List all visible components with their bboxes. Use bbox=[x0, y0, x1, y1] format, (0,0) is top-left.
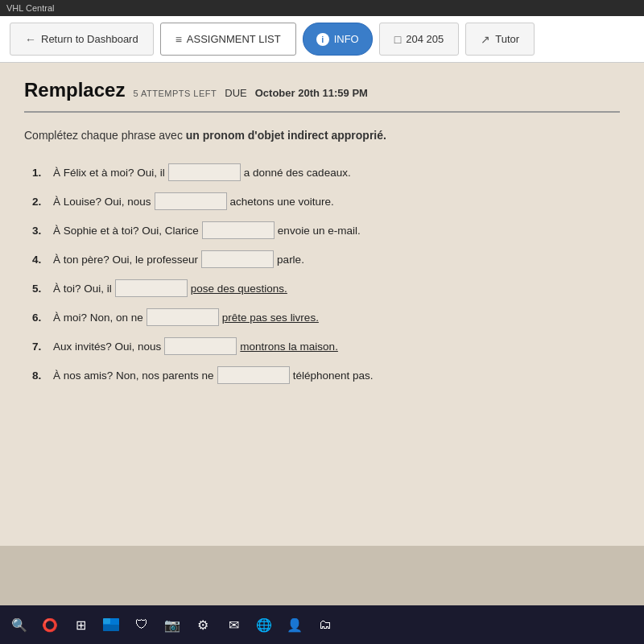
question-before: Aux invités? Oui, nous bbox=[53, 341, 161, 353]
question-after: montrons la maison. bbox=[240, 341, 338, 353]
question-before: À Sophie et à toi? Oui, Clarice bbox=[53, 225, 199, 237]
info-button[interactable]: i INFO bbox=[303, 23, 373, 56]
question-item: 7. Aux invités? Oui, nous montrons la ma… bbox=[32, 337, 620, 355]
assignment-header: Remplacez 5 ATTEMPTS LEFT DUE October 20… bbox=[24, 79, 620, 113]
answer-input-2[interactable] bbox=[155, 192, 227, 210]
question-number: 6. bbox=[32, 312, 50, 324]
question-after: envoie un e-mail. bbox=[278, 225, 361, 237]
assignment-title: Remplacez bbox=[24, 79, 125, 101]
question-item: 1. À Félix et à moi? Oui, il a donné des… bbox=[32, 163, 620, 181]
info-icon: i bbox=[316, 33, 329, 46]
taskview-taskbar-icon[interactable]: ⊞ bbox=[68, 612, 93, 638]
assignment-title-row: Remplacez 5 ATTEMPTS LEFT DUE October 20… bbox=[24, 79, 620, 101]
instruction-text: Complétez chaque phrase avec un pronom d… bbox=[24, 127, 620, 144]
pages-button[interactable]: □ 204 205 bbox=[379, 23, 459, 56]
svg-rect-3 bbox=[103, 625, 119, 631]
question-item: 2. À Louise? Oui, nous achetons une voit… bbox=[32, 192, 620, 210]
answer-input-7[interactable] bbox=[164, 337, 237, 355]
camera-taskbar-icon[interactable]: 📷 bbox=[159, 612, 185, 638]
answer-input-5[interactable] bbox=[115, 279, 188, 297]
list-icon: ≡ bbox=[175, 33, 182, 46]
taskbar: 🔍 ⭕ ⊞ 🛡 📷 ⚙ ✉ 🌐 👤 🗂 bbox=[0, 605, 644, 644]
nav-bar: ← Return to Dashboard ≡ ASSIGNMENT LIST … bbox=[0, 16, 644, 63]
answer-input-6[interactable] bbox=[147, 308, 219, 326]
question-number: 4. bbox=[32, 254, 50, 266]
question-before: À toi? Oui, il bbox=[53, 283, 112, 295]
attempts-left: 5 ATTEMPTS LEFT bbox=[133, 89, 217, 98]
question-after: téléphonent pas. bbox=[293, 369, 374, 382]
question-before: À Félix et à moi? Oui, il bbox=[53, 167, 165, 179]
question-before: À Louise? Oui, nous bbox=[53, 196, 151, 208]
return-dashboard-button[interactable]: ← Return to Dashboard bbox=[10, 23, 154, 56]
assignment-list-button[interactable]: ≡ ASSIGNMENT LIST bbox=[160, 23, 296, 56]
title-bar-label: VHL Central bbox=[6, 3, 55, 13]
question-item: 3. À Sophie et à toi? Oui, Clarice envoi… bbox=[32, 221, 620, 239]
files-taskbar-icon[interactable]: 🗂 bbox=[312, 612, 338, 638]
question-number: 3. bbox=[32, 225, 50, 237]
edge-taskbar-icon[interactable]: 🌐 bbox=[251, 612, 277, 638]
tutor-button[interactable]: ↗ Tutor bbox=[465, 23, 535, 56]
security-taskbar-icon[interactable]: 🛡 bbox=[129, 612, 155, 638]
cortana-taskbar-icon[interactable]: ⭕ bbox=[37, 612, 63, 638]
questions-list: 1. À Félix et à moi? Oui, il a donné des… bbox=[24, 163, 620, 384]
question-number: 2. bbox=[32, 196, 50, 208]
arrow-left-icon: ← bbox=[25, 33, 36, 46]
question-item: 8. À nos amis? Non, nos parents ne télép… bbox=[32, 366, 620, 384]
answer-input-4[interactable] bbox=[201, 250, 274, 268]
due-date: October 20th 11:59 PM bbox=[255, 87, 368, 99]
main-content: Remplacez 5 ATTEMPTS LEFT DUE October 20… bbox=[0, 63, 644, 546]
question-after: achetons une voiture. bbox=[230, 196, 334, 208]
pages-icon: □ bbox=[394, 33, 401, 46]
due-label: DUE bbox=[225, 87, 246, 99]
svg-rect-1 bbox=[103, 618, 110, 624]
settings-taskbar-icon[interactable]: ⚙ bbox=[190, 612, 216, 638]
question-after: a donné des cadeaux. bbox=[244, 167, 351, 179]
search-taskbar-icon[interactable]: 🔍 bbox=[6, 612, 32, 638]
tutor-icon: ↗ bbox=[481, 33, 490, 46]
svg-rect-2 bbox=[111, 618, 119, 624]
answer-input-8[interactable] bbox=[217, 366, 290, 384]
answer-input-3[interactable] bbox=[202, 221, 275, 239]
question-before: À nos amis? Non, nos parents ne bbox=[53, 369, 214, 382]
question-item: 5. À toi? Oui, il pose des questions. bbox=[32, 279, 620, 297]
question-item: 6. À moi? Non, on ne prête pas ses livre… bbox=[32, 308, 620, 326]
question-after: parle. bbox=[277, 254, 304, 266]
instruction-bold: un pronom d'objet indirect approprié. bbox=[186, 129, 386, 142]
user-taskbar-icon[interactable]: 👤 bbox=[282, 612, 308, 638]
question-after: pose des questions. bbox=[191, 283, 287, 295]
question-before: À ton père? Oui, le professeur bbox=[53, 254, 198, 266]
question-number: 7. bbox=[32, 341, 50, 353]
question-number: 8. bbox=[32, 369, 50, 382]
mail-taskbar-icon[interactable]: ✉ bbox=[221, 612, 246, 638]
answer-input-1[interactable] bbox=[168, 163, 241, 181]
title-bar: VHL Central bbox=[0, 0, 644, 16]
explorer-taskbar-icon[interactable] bbox=[98, 612, 124, 638]
question-number: 1. bbox=[32, 167, 50, 179]
question-item: 4. À ton père? Oui, le professeur parle. bbox=[32, 250, 620, 268]
question-before: À moi? Non, on ne bbox=[53, 312, 143, 324]
question-number: 5. bbox=[32, 283, 50, 295]
question-after: prête pas ses livres. bbox=[222, 312, 319, 324]
